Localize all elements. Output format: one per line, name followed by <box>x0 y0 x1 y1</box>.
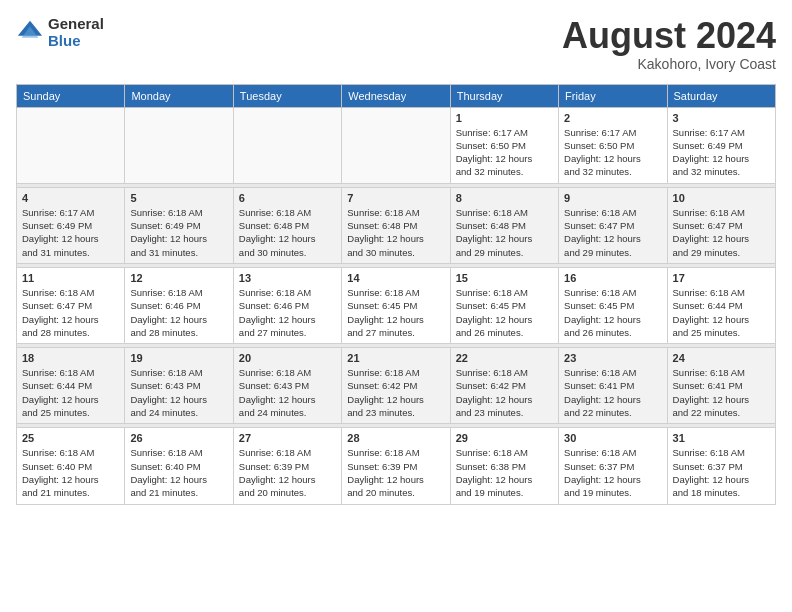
calendar-header-thursday: Thursday <box>450 84 558 107</box>
calendar-header-row: SundayMondayTuesdayWednesdayThursdayFrid… <box>17 84 776 107</box>
day-number: 17 <box>673 272 770 284</box>
day-content: Sunrise: 6:18 AM Sunset: 6:44 PM Dayligh… <box>22 366 119 419</box>
day-number: 30 <box>564 432 661 444</box>
calendar-week-row: 11Sunrise: 6:18 AM Sunset: 6:47 PM Dayli… <box>17 267 776 343</box>
day-number: 5 <box>130 192 227 204</box>
calendar-cell: 24Sunrise: 6:18 AM Sunset: 6:41 PM Dayli… <box>667 348 775 424</box>
month-year-title: August 2024 <box>562 16 776 56</box>
calendar-cell: 10Sunrise: 6:18 AM Sunset: 6:47 PM Dayli… <box>667 187 775 263</box>
day-number: 25 <box>22 432 119 444</box>
calendar-cell: 30Sunrise: 6:18 AM Sunset: 6:37 PM Dayli… <box>559 428 667 504</box>
day-number: 19 <box>130 352 227 364</box>
day-number: 1 <box>456 112 553 124</box>
page-header: General Blue August 2024 Kakohoro, Ivory… <box>16 16 776 72</box>
day-content: Sunrise: 6:18 AM Sunset: 6:48 PM Dayligh… <box>456 206 553 259</box>
day-number: 18 <box>22 352 119 364</box>
calendar-cell: 11Sunrise: 6:18 AM Sunset: 6:47 PM Dayli… <box>17 267 125 343</box>
day-content: Sunrise: 6:17 AM Sunset: 6:50 PM Dayligh… <box>456 126 553 179</box>
calendar-cell: 15Sunrise: 6:18 AM Sunset: 6:45 PM Dayli… <box>450 267 558 343</box>
day-number: 22 <box>456 352 553 364</box>
day-content: Sunrise: 6:18 AM Sunset: 6:37 PM Dayligh… <box>673 446 770 499</box>
calendar-cell: 18Sunrise: 6:18 AM Sunset: 6:44 PM Dayli… <box>17 348 125 424</box>
day-content: Sunrise: 6:18 AM Sunset: 6:45 PM Dayligh… <box>564 286 661 339</box>
day-content: Sunrise: 6:18 AM Sunset: 6:46 PM Dayligh… <box>239 286 336 339</box>
calendar-cell: 14Sunrise: 6:18 AM Sunset: 6:45 PM Dayli… <box>342 267 450 343</box>
location-subtitle: Kakohoro, Ivory Coast <box>562 56 776 72</box>
logo-text: General Blue <box>48 16 104 49</box>
day-content: Sunrise: 6:17 AM Sunset: 6:49 PM Dayligh… <box>673 126 770 179</box>
calendar-cell: 3Sunrise: 6:17 AM Sunset: 6:49 PM Daylig… <box>667 107 775 183</box>
day-number: 31 <box>673 432 770 444</box>
day-number: 11 <box>22 272 119 284</box>
calendar-week-row: 1Sunrise: 6:17 AM Sunset: 6:50 PM Daylig… <box>17 107 776 183</box>
day-content: Sunrise: 6:18 AM Sunset: 6:38 PM Dayligh… <box>456 446 553 499</box>
day-content: Sunrise: 6:17 AM Sunset: 6:49 PM Dayligh… <box>22 206 119 259</box>
calendar-cell: 22Sunrise: 6:18 AM Sunset: 6:42 PM Dayli… <box>450 348 558 424</box>
day-number: 7 <box>347 192 444 204</box>
day-number: 29 <box>456 432 553 444</box>
day-content: Sunrise: 6:18 AM Sunset: 6:47 PM Dayligh… <box>564 206 661 259</box>
day-number: 10 <box>673 192 770 204</box>
day-content: Sunrise: 6:18 AM Sunset: 6:45 PM Dayligh… <box>347 286 444 339</box>
day-content: Sunrise: 6:18 AM Sunset: 6:43 PM Dayligh… <box>130 366 227 419</box>
calendar-header-monday: Monday <box>125 84 233 107</box>
day-content: Sunrise: 6:18 AM Sunset: 6:45 PM Dayligh… <box>456 286 553 339</box>
day-number: 27 <box>239 432 336 444</box>
day-content: Sunrise: 6:18 AM Sunset: 6:41 PM Dayligh… <box>564 366 661 419</box>
day-number: 21 <box>347 352 444 364</box>
calendar-cell: 23Sunrise: 6:18 AM Sunset: 6:41 PM Dayli… <box>559 348 667 424</box>
day-content: Sunrise: 6:18 AM Sunset: 6:47 PM Dayligh… <box>673 206 770 259</box>
calendar-cell: 16Sunrise: 6:18 AM Sunset: 6:45 PM Dayli… <box>559 267 667 343</box>
calendar-table: SundayMondayTuesdayWednesdayThursdayFrid… <box>16 84 776 505</box>
day-number: 2 <box>564 112 661 124</box>
calendar-cell: 31Sunrise: 6:18 AM Sunset: 6:37 PM Dayli… <box>667 428 775 504</box>
calendar-cell <box>17 107 125 183</box>
calendar-cell: 17Sunrise: 6:18 AM Sunset: 6:44 PM Dayli… <box>667 267 775 343</box>
calendar-cell: 9Sunrise: 6:18 AM Sunset: 6:47 PM Daylig… <box>559 187 667 263</box>
calendar-cell: 27Sunrise: 6:18 AM Sunset: 6:39 PM Dayli… <box>233 428 341 504</box>
calendar-header-saturday: Saturday <box>667 84 775 107</box>
day-content: Sunrise: 6:18 AM Sunset: 6:40 PM Dayligh… <box>22 446 119 499</box>
day-content: Sunrise: 6:18 AM Sunset: 6:37 PM Dayligh… <box>564 446 661 499</box>
day-content: Sunrise: 6:18 AM Sunset: 6:44 PM Dayligh… <box>673 286 770 339</box>
day-content: Sunrise: 6:18 AM Sunset: 6:46 PM Dayligh… <box>130 286 227 339</box>
day-number: 9 <box>564 192 661 204</box>
calendar-cell <box>342 107 450 183</box>
calendar-cell: 25Sunrise: 6:18 AM Sunset: 6:40 PM Dayli… <box>17 428 125 504</box>
calendar-week-row: 18Sunrise: 6:18 AM Sunset: 6:44 PM Dayli… <box>17 348 776 424</box>
day-number: 16 <box>564 272 661 284</box>
day-number: 4 <box>22 192 119 204</box>
day-content: Sunrise: 6:18 AM Sunset: 6:39 PM Dayligh… <box>239 446 336 499</box>
day-content: Sunrise: 6:18 AM Sunset: 6:48 PM Dayligh… <box>239 206 336 259</box>
day-number: 13 <box>239 272 336 284</box>
day-number: 6 <box>239 192 336 204</box>
calendar-cell: 5Sunrise: 6:18 AM Sunset: 6:49 PM Daylig… <box>125 187 233 263</box>
day-number: 15 <box>456 272 553 284</box>
calendar-cell: 20Sunrise: 6:18 AM Sunset: 6:43 PM Dayli… <box>233 348 341 424</box>
day-number: 26 <box>130 432 227 444</box>
day-number: 23 <box>564 352 661 364</box>
title-block: August 2024 Kakohoro, Ivory Coast <box>562 16 776 72</box>
day-content: Sunrise: 6:18 AM Sunset: 6:42 PM Dayligh… <box>347 366 444 419</box>
calendar-cell: 1Sunrise: 6:17 AM Sunset: 6:50 PM Daylig… <box>450 107 558 183</box>
calendar-cell: 12Sunrise: 6:18 AM Sunset: 6:46 PM Dayli… <box>125 267 233 343</box>
calendar-cell: 6Sunrise: 6:18 AM Sunset: 6:48 PM Daylig… <box>233 187 341 263</box>
calendar-cell <box>125 107 233 183</box>
calendar-cell: 19Sunrise: 6:18 AM Sunset: 6:43 PM Dayli… <box>125 348 233 424</box>
calendar-header-wednesday: Wednesday <box>342 84 450 107</box>
logo-icon <box>16 19 44 47</box>
calendar-cell: 29Sunrise: 6:18 AM Sunset: 6:38 PM Dayli… <box>450 428 558 504</box>
calendar-cell: 28Sunrise: 6:18 AM Sunset: 6:39 PM Dayli… <box>342 428 450 504</box>
logo: General Blue <box>16 16 104 49</box>
day-number: 24 <box>673 352 770 364</box>
calendar-cell <box>233 107 341 183</box>
day-content: Sunrise: 6:18 AM Sunset: 6:42 PM Dayligh… <box>456 366 553 419</box>
calendar-header-tuesday: Tuesday <box>233 84 341 107</box>
day-content: Sunrise: 6:18 AM Sunset: 6:39 PM Dayligh… <box>347 446 444 499</box>
calendar-cell: 8Sunrise: 6:18 AM Sunset: 6:48 PM Daylig… <box>450 187 558 263</box>
day-content: Sunrise: 6:17 AM Sunset: 6:50 PM Dayligh… <box>564 126 661 179</box>
day-number: 12 <box>130 272 227 284</box>
day-content: Sunrise: 6:18 AM Sunset: 6:49 PM Dayligh… <box>130 206 227 259</box>
calendar-cell: 2Sunrise: 6:17 AM Sunset: 6:50 PM Daylig… <box>559 107 667 183</box>
calendar-week-row: 25Sunrise: 6:18 AM Sunset: 6:40 PM Dayli… <box>17 428 776 504</box>
